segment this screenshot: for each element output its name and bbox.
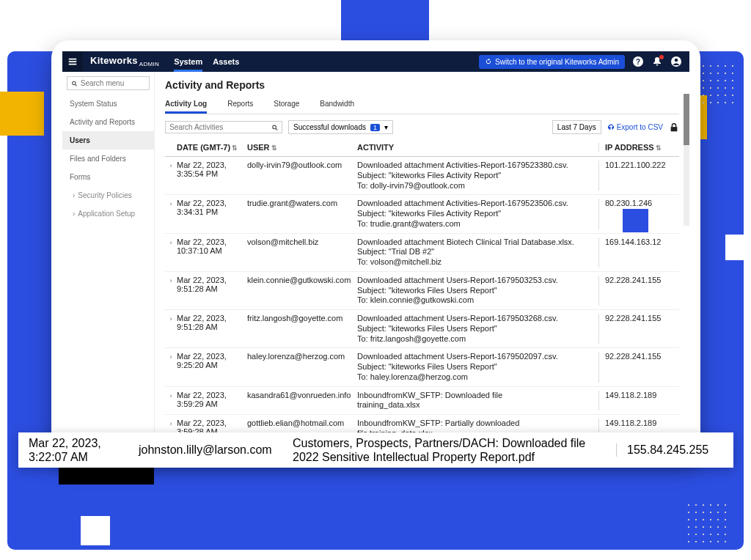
cell-date: Mar 22, 2023, 3:35:54 PM (177, 161, 247, 191)
cell-activity: Downloaded attachment Activities-Report-… (357, 199, 598, 229)
cell-user: klein.connie@gutkowski.com (247, 276, 357, 306)
sidebar: System Status Activity and Reports Users… (62, 72, 155, 447)
cell-date: Mar 22, 2023, 9:51:28 AM (177, 276, 247, 306)
expand-row-icon[interactable]: › (165, 314, 177, 344)
redaction-bar (59, 466, 154, 485)
svg-line-8 (75, 84, 76, 86)
cell-ip: 92.228.241.155 (598, 314, 679, 344)
search-icon (271, 124, 278, 131)
highlight-date: Mar 22, 2023, 3:22:07 AM (18, 436, 128, 464)
cell-ip: 92.228.241.155 (598, 276, 679, 306)
expand-row-icon[interactable]: › (165, 352, 177, 382)
scrollbar-thumb[interactable] (684, 94, 689, 145)
cell-user: volson@mitchell.biz (247, 237, 357, 268)
tab-storage[interactable]: Storage (274, 97, 299, 114)
topnav-assets[interactable]: Assets (213, 52, 239, 72)
cell-ip: 169.144.163.12 (598, 237, 679, 268)
col-header-ip[interactable]: IP ADDRESS⇅ (598, 143, 679, 152)
page-title: Activity and Reports (165, 79, 679, 91)
table-row[interactable]: ›Mar 22, 2023, 9:25:20 AMhaley.lorenza@h… (165, 348, 679, 386)
table-row[interactable]: ›Mar 22, 2023, 9:51:28 AMfritz.langosh@g… (165, 310, 679, 348)
table-row[interactable]: ›Mar 22, 2023, 3:59:29 AMkasandra61@vonr… (165, 387, 679, 416)
cell-user: kasandra61@vonrueden.info (247, 391, 357, 411)
notifications-icon[interactable] (651, 56, 663, 67)
scrollbar[interactable] (684, 94, 689, 226)
sidebar-item-application-setup[interactable]: Application Setup (62, 205, 154, 223)
sidebar-search[interactable] (67, 76, 150, 90)
notification-dot-icon (659, 55, 664, 59)
expand-row-icon[interactable]: › (165, 391, 177, 411)
sort-icon: ⇅ (656, 144, 662, 152)
sidebar-item-files-folders[interactable]: Files and Folders (62, 150, 154, 168)
table-row[interactable]: ›Mar 22, 2023, 9:51:28 AMklein.connie@gu… (165, 272, 679, 310)
tab-activity-log[interactable]: Activity Log (165, 97, 207, 114)
cell-user: dolly-irvin79@outlook.com (247, 161, 357, 191)
cell-activity: Downloaded attachment Users-Report-16795… (357, 352, 598, 382)
activity-search-input[interactable] (169, 123, 271, 131)
cell-user: haley.lorenza@herzog.com (247, 352, 357, 382)
hamburger-menu-button[interactable] (62, 51, 83, 72)
main-content: Activity and Reports Activity Log Report… (155, 72, 689, 447)
sidebar-search-input[interactable] (81, 79, 145, 87)
table-row[interactable]: ›Mar 22, 2023, 3:35:54 PMdolly-irvin79@o… (165, 157, 679, 195)
filter-count-badge: 1 (370, 124, 380, 131)
activity-type-dropdown[interactable]: Successful downloads 1 ▾ (288, 120, 393, 134)
col-header-date[interactable]: DATE (GMT-7)⇅ (177, 143, 247, 152)
search-icon (71, 80, 78, 87)
expand-row-icon[interactable]: › (165, 276, 177, 306)
sidebar-item-activity-reports[interactable]: Activity and Reports (62, 113, 154, 131)
cell-date: Mar 22, 2023, 3:59:29 AM (177, 391, 247, 411)
cell-activity: Downloaded attachment Users-Report-16795… (357, 314, 598, 344)
cell-user: trudie.grant@waters.com (247, 199, 357, 229)
date-range-dropdown[interactable]: Last 7 Days (552, 120, 601, 134)
table-header: DATE (GMT-7)⇅ USER⇅ ACTIVITY IP ADDRESS⇅ (165, 139, 679, 157)
tab-reports[interactable]: Reports (227, 97, 253, 114)
svg-point-9 (272, 125, 276, 129)
app-screen: KiteworksADMIN System Assets Switch to t… (62, 51, 689, 447)
switch-admin-button[interactable]: Switch to the original Kiteworks Admin (479, 55, 625, 69)
cell-user: fritz.langosh@goyette.com (247, 314, 357, 344)
col-header-user[interactable]: USER⇅ (247, 143, 357, 152)
svg-point-7 (73, 81, 76, 84)
cell-ip: 92.228.241.155 (598, 352, 679, 382)
help-icon[interactable]: ? (632, 56, 644, 67)
topnav-system[interactable]: System (174, 52, 202, 72)
activity-search[interactable] (165, 121, 282, 133)
expand-row-icon[interactable]: › (165, 199, 177, 229)
expand-row-icon[interactable]: › (165, 161, 177, 191)
table-row[interactable]: ›Mar 22, 2023, 10:37:10 AMvolson@mitchel… (165, 234, 679, 272)
highlighted-row-overlay: Mar 22, 2023, 3:22:07 AM johnston.lilly@… (18, 432, 733, 468)
sidebar-item-security-policies[interactable]: Security Policies (62, 186, 154, 205)
svg-rect-11 (671, 127, 678, 131)
activity-table: DATE (GMT-7)⇅ USER⇅ ACTIVITY IP ADDRESS⇅… (165, 139, 679, 443)
cell-date: Mar 22, 2023, 9:25:20 AM (177, 352, 247, 382)
cell-date: Mar 22, 2023, 3:34:31 PM (177, 199, 247, 229)
top-nav: System Assets (174, 52, 239, 72)
tablet-frame: KiteworksADMIN System Assets Switch to t… (51, 40, 700, 458)
chevron-down-icon: ▾ (384, 123, 388, 131)
account-icon[interactable] (670, 56, 682, 67)
sidebar-item-users[interactable]: Users (62, 131, 154, 150)
table-row[interactable]: ›Mar 22, 2023, 3:34:31 PMtrudie.grant@wa… (165, 195, 679, 233)
cell-activity: Downloaded attachment Activities-Report-… (357, 161, 598, 191)
export-csv-link[interactable]: ⮉ Export to CSV (607, 123, 663, 131)
cell-ip: 149.118.2.189 (598, 391, 679, 411)
sidebar-item-forms[interactable]: Forms (62, 168, 154, 186)
svg-point-6 (675, 59, 678, 62)
col-header-activity[interactable]: ACTIVITY (357, 143, 598, 152)
filter-row: Successful downloads 1 ▾ Last 7 Days ⮉ E… (165, 120, 679, 134)
cell-activity: Downloaded attachment Users-Report-16795… (357, 276, 598, 306)
highlight-ip: 155.84.245.255 (616, 443, 733, 457)
lock-icon[interactable] (669, 122, 679, 133)
brand-logo: KiteworksADMIN (83, 55, 166, 68)
cell-date: Mar 22, 2023, 10:37:10 AM (177, 237, 247, 268)
svg-line-10 (275, 128, 276, 130)
cell-activity: Downloaded attachment Biotech Clinical T… (357, 237, 598, 268)
expand-row-icon[interactable]: › (165, 237, 177, 268)
cell-date: Mar 22, 2023, 9:51:28 AM (177, 314, 247, 344)
tab-bandwidth[interactable]: Bandwidth (320, 97, 354, 114)
sidebar-item-system-status[interactable]: System Status (62, 95, 154, 113)
top-bar: KiteworksADMIN System Assets Switch to t… (62, 51, 689, 72)
cell-ip: 101.221.100.222 (598, 161, 679, 191)
svg-text:?: ? (636, 58, 640, 66)
